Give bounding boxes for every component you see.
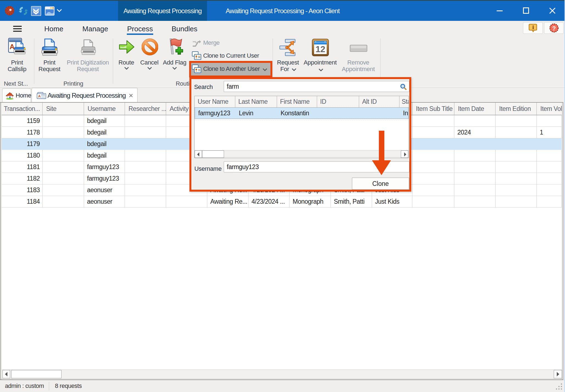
svg-text:12: 12 bbox=[315, 44, 325, 54]
svg-text:A: A bbox=[10, 43, 15, 51]
svg-text:?: ? bbox=[552, 25, 556, 32]
svg-text:A: A bbox=[38, 94, 41, 98]
